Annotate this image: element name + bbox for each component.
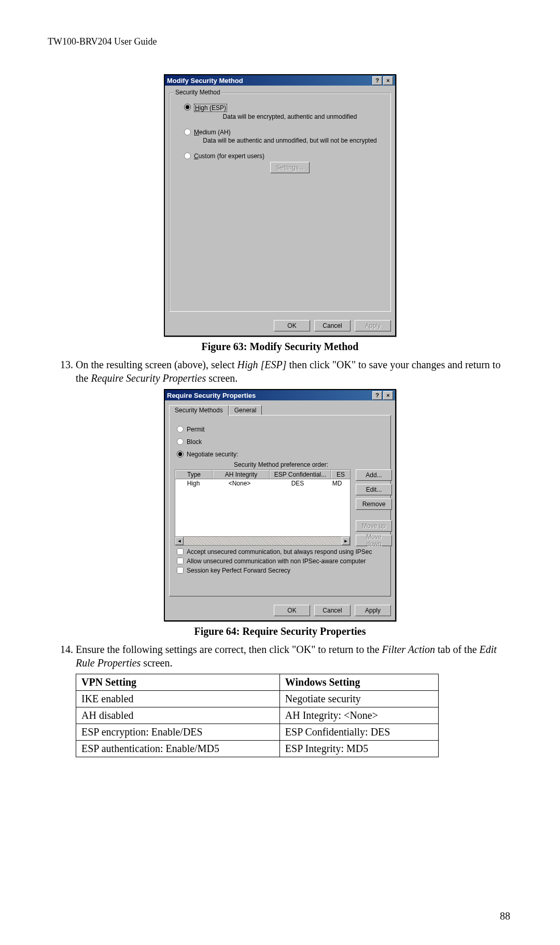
radio-permit[interactable] [177,426,184,433]
high-esp-desc: Data will be encrypted, authentic and un… [194,113,385,120]
move-down-button[interactable]: Move down [356,535,392,546]
dialog2-title: Require Security Properties [167,392,256,399]
page-number: 88 [500,910,510,922]
dialog1-titlebar: Modify Security Method ? × [165,75,395,86]
radio-medium-ah[interactable] [184,129,191,135]
medium-ah-desc: Data will be authentic and unmodified, b… [194,137,385,144]
radio-block-label: Block [187,438,202,446]
edit-button[interactable]: Edit... [356,484,392,495]
table-row: ESP authentication: Enable/MD5ESP Integr… [76,741,439,757]
apply-button[interactable]: Apply [355,605,391,616]
require-security-properties-dialog: Require Security Properties ? × Security… [164,389,396,621]
checkbox-allow-unsecured[interactable] [177,558,184,564]
settings-button[interactable]: Settings... [270,162,309,173]
dialog2-titlebar: Require Security Properties ? × [165,390,395,400]
radio-high-esp[interactable] [184,104,191,110]
col-type[interactable]: Type [175,470,213,479]
step-14: Ensure the following settings are correc… [76,643,512,670]
radio-high-esp-label: High (ESP) [194,104,227,112]
help-icon[interactable]: ? [372,76,382,85]
radio-custom-label: Custom (for expert users) [194,152,264,160]
help-icon[interactable]: ? [372,391,382,400]
modify-security-method-dialog: Modify Security Method ? × Security Meth… [164,74,396,337]
scroll-right-icon[interactable]: ► [342,537,350,545]
dialog1-title: Modify Security Method [167,77,243,85]
radio-block[interactable] [177,438,184,445]
remove-button[interactable]: Remove [356,498,392,510]
apply-button[interactable]: Apply [355,320,391,331]
table-header-windows: Windows Setting [279,674,438,691]
checkbox-pfs[interactable] [177,567,184,574]
security-method-list[interactable]: Type AH Integrity ESP Confidential... ES… [175,469,351,546]
security-method-group-label: Security Method [174,89,222,96]
col-es[interactable]: ES [331,470,350,479]
close-icon[interactable]: × [383,391,393,400]
radio-permit-label: Permit [187,426,205,433]
close-icon[interactable]: × [383,76,393,85]
radio-medium-ah-label: Medium (AH) [194,129,231,136]
radio-custom[interactable] [184,152,191,159]
table-row[interactable]: High <None> DES MD [175,479,350,488]
add-button[interactable]: Add... [356,469,392,481]
horizontal-scrollbar[interactable]: ◄ ► [175,537,351,546]
cancel-button[interactable]: Cancel [314,320,351,331]
col-esp-confidential[interactable]: ESP Confidential... [270,470,331,479]
page-header: TW100-BRV204 User Guide [48,36,512,47]
table-row: ESP encryption: Enable/DESESP Confidenti… [76,724,439,741]
table-row: AH disabledAH Integrity: <None> [76,707,439,724]
ok-button[interactable]: OK [274,320,310,331]
checkbox-accept-unsecured[interactable] [177,548,184,555]
scroll-left-icon[interactable]: ◄ [175,537,184,545]
radio-negotiate[interactable] [177,451,184,457]
figure-63-caption: Figure 63: Modify Security Method [48,341,512,353]
tab-general[interactable]: General [229,405,262,415]
figure-64-caption: Figure 64: Require Security Properties [48,626,512,637]
cancel-button[interactable]: Cancel [314,605,351,616]
step-13: On the resulting screen (above), select … [76,358,512,385]
ok-button[interactable]: OK [274,605,310,616]
radio-negotiate-label: Negotiate security: [187,451,238,458]
checkbox-allow-unsecured-label: Allow unsecured communication with non I… [187,558,366,565]
move-up-button[interactable]: Move up [356,520,392,532]
checkbox-pfs-label: Session key Perfect Forward Secrecy [187,567,290,574]
preference-order-label: Security Method preference order: [177,461,385,468]
tab-security-methods[interactable]: Security Methods [169,405,229,415]
vpn-windows-settings-table: VPN Setting Windows Setting IKE enabledN… [76,674,439,757]
table-row: IKE enabledNegotiate security [76,691,439,707]
checkbox-accept-unsecured-label: Accept unsecured communication, but alwa… [187,548,372,555]
table-header-vpn: VPN Setting [76,674,280,691]
col-ah-integrity[interactable]: AH Integrity [213,470,270,479]
